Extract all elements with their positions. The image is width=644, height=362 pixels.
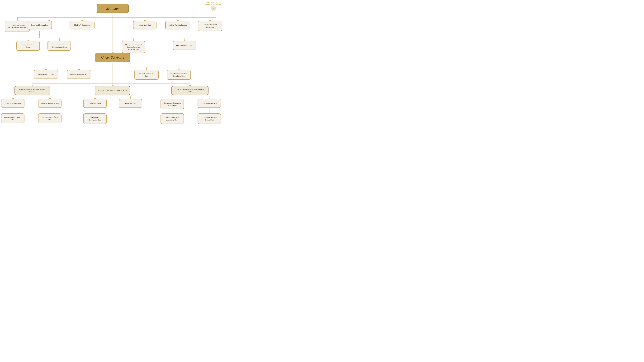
notary-public-node: Notary Public And Attestation Dept <box>160 113 184 124</box>
financial-resources-node: Financial Resources Dept <box>38 99 62 108</box>
state-cases-node: State Cases Dept <box>119 99 142 108</box>
intl-cooperation-node: International Cooperation Dept <box>83 113 106 124</box>
money-laundering-node: Money Laundering and Counter Terrorism F… <box>122 41 145 53</box>
asst-judicial-node: Assistant Undersecretary of Judicial Ser… <box>172 86 208 95</box>
forensic-medicine-node: Forensic Medicine Dept <box>67 70 91 79</box>
research-studies-node: Research And Studies Dept <box>134 70 158 80</box>
logo-text: UNITED ARAB EMIRATES MINISTRY OF JUSTICE <box>205 1 222 5</box>
govt-comm-node: Government Communication Dept <box>48 41 71 51</box>
human-resource-node: Human Resource Dept <box>1 99 24 108</box>
uae-emblem: ⚜ <box>210 5 216 11</box>
experts-translators-node: Experts And Translators Affairs Dept <box>160 99 184 109</box>
asst-legal-node: Assistant Undersecretary Of Legal Affair… <box>95 86 130 95</box>
tax-dispute-node: Tax Dispute Resolution Committees Dept <box>167 70 191 80</box>
information-tech-node: Information Technology Dept <box>1 113 24 123</box>
lawyers-affairs-node: Lawyers Affairs Dept <box>198 99 221 108</box>
judicial-training-node: Judicial Training Institute <box>165 20 190 29</box>
admin-affairs-node: Administrative Affairs Dept <box>38 113 62 123</box>
under-secretary-node: Under Secretary <box>95 53 130 62</box>
asst-support-node: Assistant Undersecretary Of Support Serv… <box>14 86 50 95</box>
judicial-inspection-node: Judicial Inspection Directorate <box>198 20 222 31</box>
customer-happiness-node: Customer Happiness Centers Dept <box>198 113 221 124</box>
internal-auditing-node: Internal Auditing Dept <box>172 41 196 50</box>
minister-node: Minister <box>96 4 129 13</box>
supreme-council-node: The Supreme Council Of The Federal Judic… <box>5 20 30 32</box>
courts-node: Courts And Prosecutions <box>27 20 52 29</box>
legislation-node: Legislation Dept <box>83 99 106 108</box>
svg-text:⚜: ⚜ <box>212 7 214 10</box>
undersec-office-node: Undersecretary's Office <box>34 70 58 79</box>
logo: UNITED ARAB EMIRATES MINISTRY OF JUSTICE… <box>205 1 222 12</box>
counselors-node: Minister's Counselors <box>70 20 94 29</box>
strategy-node: Strategy And Future Dept <box>16 41 40 51</box>
ministers-office-node: Minister's Office <box>133 20 156 29</box>
